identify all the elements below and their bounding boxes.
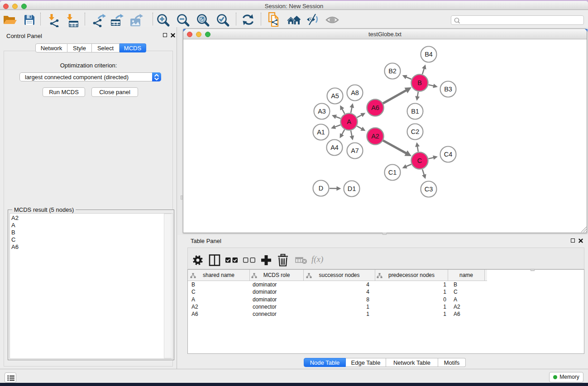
svg-text:B1: B1 xyxy=(411,108,419,115)
svg-text:A6: A6 xyxy=(371,104,379,111)
svg-text:B4: B4 xyxy=(425,51,433,58)
svg-text:C2: C2 xyxy=(411,128,420,135)
svg-text:C3: C3 xyxy=(425,186,433,193)
svg-text:A7: A7 xyxy=(351,147,359,154)
svg-text:A8: A8 xyxy=(351,89,359,96)
svg-text:D1: D1 xyxy=(348,185,356,192)
svg-text:A: A xyxy=(347,118,351,125)
svg-text:B3: B3 xyxy=(444,86,452,93)
svg-text:C1: C1 xyxy=(388,169,397,176)
svg-text:D: D xyxy=(319,185,323,192)
svg-text:C: C xyxy=(417,157,422,164)
svg-text:B: B xyxy=(417,79,422,86)
svg-text:B2: B2 xyxy=(388,67,397,75)
svg-text:A2: A2 xyxy=(371,133,379,140)
svg-text:A5: A5 xyxy=(331,92,339,100)
svg-text:A3: A3 xyxy=(318,108,326,115)
svg-text:C4: C4 xyxy=(444,151,453,158)
svg-text:A1: A1 xyxy=(317,129,325,136)
svg-text:A4: A4 xyxy=(330,144,339,151)
